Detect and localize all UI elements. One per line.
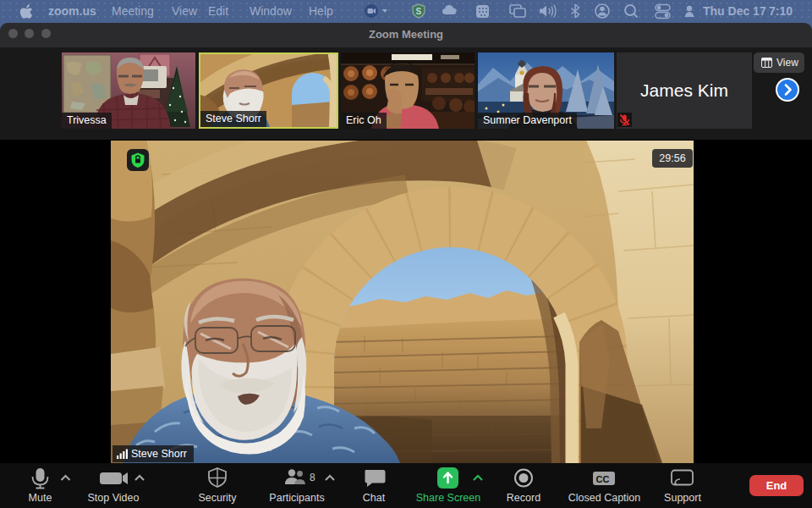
- svg-text:CC: CC: [596, 474, 610, 484]
- svg-text:8: 8: [310, 472, 315, 483]
- svg-text:S: S: [416, 7, 422, 16]
